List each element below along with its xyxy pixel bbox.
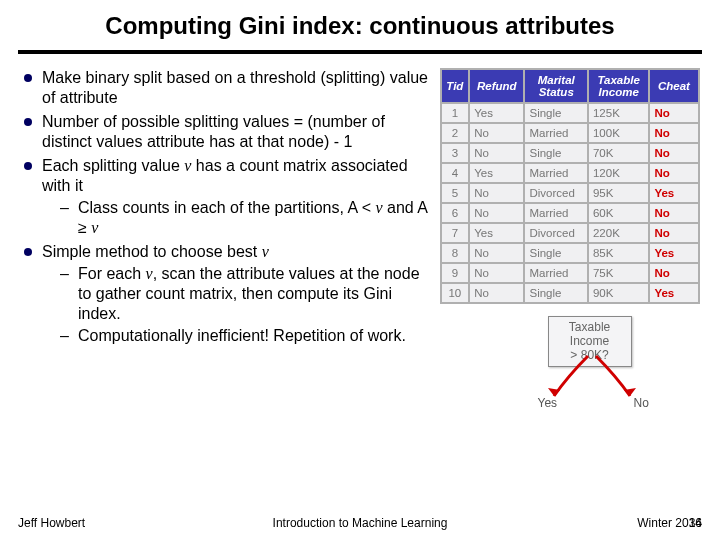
table-cell: 85K [589,244,648,262]
table-cell: Married [525,264,586,282]
table-row: 4YesMarried120KNo [442,164,698,182]
table-cell: Divorced [525,224,586,242]
table-cell: No [470,204,523,222]
table-cell: 6 [442,204,469,222]
table-cell: Married [525,164,586,182]
table-cell: 95K [589,184,648,202]
right-column: Tid Refund Marital Status Taxable Income… [440,68,702,412]
table-row: 10NoSingle90KYes [442,284,698,302]
table-row: 3NoSingle70KNo [442,144,698,162]
table-cell: Yes [650,184,697,202]
split-diagram: Taxable Income > 80K? Yes No [440,316,700,412]
bullet-3a: Class counts in each of the partitions, … [42,198,434,238]
table-cell: 2 [442,124,469,142]
table-cell: No [650,224,697,242]
table-cell: 75K [589,264,648,282]
table-cell: 120K [589,164,648,182]
table-cell: 125K [589,104,648,122]
bullet-4-pre: Simple method to choose best [42,243,262,260]
bullet-4a-v: v [146,265,153,282]
footer-center: Introduction to Machine Learning [18,516,702,530]
table-cell: Yes [650,244,697,262]
table-cell: 10 [442,284,469,302]
table-cell: 9 [442,264,469,282]
page-number: 36 [689,516,702,530]
table-cell: No [470,184,523,202]
table-cell: No [470,284,523,302]
table-row: 9NoMarried75KNo [442,264,698,282]
table-row: 5NoDivorced95KYes [442,184,698,202]
table-cell: Single [525,284,586,302]
table-row: 1YesSingle125KNo [442,104,698,122]
table-row: 8NoSingle85KYes [442,244,698,262]
split-line2: Income [551,335,629,349]
th-tid: Tid [442,70,469,102]
branch-no-label: No [634,396,649,410]
table-cell: 5 [442,184,469,202]
table-cell: No [470,244,523,262]
branch-yes-label: Yes [538,396,558,410]
table-cell: 7 [442,224,469,242]
table-cell: Single [525,244,586,262]
table-row: 6NoMarried60KNo [442,204,698,222]
table-cell: 60K [589,204,648,222]
th-marital: Marital Status [525,70,586,102]
table-cell: No [650,104,697,122]
table-cell: 90K [589,284,648,302]
table-cell: 100K [589,124,648,142]
split-line1: Taxable [551,321,629,335]
bullet-3a-v2: v [91,219,98,236]
th-cheat: Cheat [650,70,697,102]
bullet-4-v: v [262,243,269,260]
table-cell: No [470,124,523,142]
th-refund: Refund [470,70,523,102]
content-area: Make binary split based on a threshold (… [18,68,702,412]
th-income: Taxable Income [589,70,648,102]
footer: Jeff Howbert Introduction to Machine Lea… [18,516,702,530]
bullet-3-pre: Each splitting value [42,157,184,174]
table-cell: 1 [442,104,469,122]
bullet-4: Simple method to choose best v For each … [18,242,434,346]
split-arrows-icon [538,352,648,400]
table-cell: No [650,144,697,162]
data-table: Tid Refund Marital Status Taxable Income… [440,68,700,304]
table-cell: Divorced [525,184,586,202]
table-cell: Single [525,144,586,162]
bullet-column: Make binary split based on a threshold (… [18,68,434,412]
table-cell: Single [525,104,586,122]
bullet-2: Number of possible splitting values = (n… [18,112,434,152]
bullet-4a: For each v, scan the attribute values at… [42,264,434,324]
table-cell: 8 [442,244,469,262]
table-cell: 220K [589,224,648,242]
table-cell: Married [525,124,586,142]
bullet-4b: Computationally inefficient! Repetition … [42,326,434,346]
bullet-3: Each splitting value v has a count matri… [18,156,434,238]
table-cell: No [650,164,697,182]
table-cell: 4 [442,164,469,182]
table-cell: Yes [470,104,523,122]
table-cell: Married [525,204,586,222]
bullet-1: Make binary split based on a threshold (… [18,68,434,108]
table-cell: No [470,144,523,162]
bullet-4a-pre: For each [78,265,146,282]
table-cell: Yes [650,284,697,302]
table-cell: 3 [442,144,469,162]
table-cell: 70K [589,144,648,162]
table-cell: No [470,264,523,282]
bullet-3a-pre: Class counts in each of the partitions, … [78,199,376,216]
table-cell: Yes [470,164,523,182]
table-row: 7YesDivorced220KNo [442,224,698,242]
table-cell: No [650,264,697,282]
slide-title: Computing Gini index: continuous attribu… [18,12,702,50]
bullet-3a-v1: v [376,199,383,216]
table-cell: Yes [470,224,523,242]
table-row: 2NoMarried100KNo [442,124,698,142]
table-cell: No [650,204,697,222]
title-rule [18,50,702,54]
table-header-row: Tid Refund Marital Status Taxable Income… [442,70,698,102]
table-cell: No [650,124,697,142]
